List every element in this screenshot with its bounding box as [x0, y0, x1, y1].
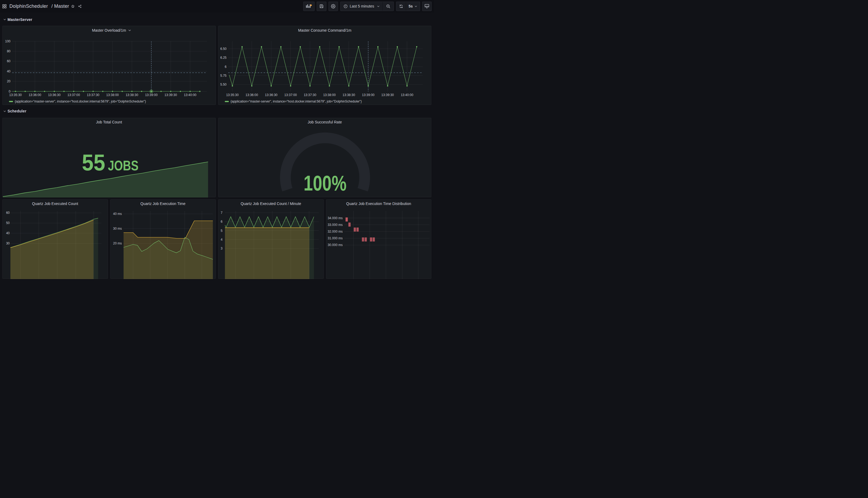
svg-text:7: 7 — [221, 211, 222, 214]
svg-text:5.50: 5.50 — [220, 83, 227, 87]
svg-text:13:36:00: 13:36:00 — [29, 93, 41, 97]
svg-text:13:40:00: 13:40:00 — [401, 93, 413, 97]
svg-text:13:38:30: 13:38:30 — [342, 93, 355, 97]
svg-text:31.000 ms: 31.000 ms — [327, 236, 342, 240]
svg-text:13:35:30: 13:35:30 — [226, 93, 238, 97]
svg-text:6.50: 6.50 — [220, 47, 227, 51]
svg-text:100%: 100% — [303, 171, 347, 195]
svg-text:13:39:00: 13:39:00 — [362, 93, 375, 97]
svg-text:4: 4 — [221, 237, 222, 241]
svg-text:33.000 ms: 33.000 ms — [327, 223, 342, 226]
svg-text:6: 6 — [221, 220, 222, 223]
svg-text:13:38:30: 13:38:30 — [126, 93, 138, 97]
svg-text:20: 20 — [7, 79, 11, 83]
svg-text:13:36:30: 13:36:30 — [48, 93, 61, 97]
svg-text:{application="master-server",: {application="master-server", instance="… — [15, 100, 146, 103]
svg-text:13:36:00: 13:36:00 — [246, 93, 258, 97]
svg-text:13:35:30: 13:35:30 — [9, 93, 22, 97]
svg-text:40: 40 — [6, 231, 10, 235]
svg-text:6.25: 6.25 — [220, 56, 227, 60]
svg-text:40 ms: 40 ms — [113, 212, 122, 216]
svg-text:6: 6 — [225, 65, 226, 69]
svg-text:13:39:30: 13:39:30 — [381, 93, 394, 97]
svg-text:13:40:00: 13:40:00 — [184, 93, 196, 97]
svg-text:100: 100 — [5, 39, 11, 43]
svg-text:13:37:00: 13:37:00 — [284, 93, 297, 97]
svg-text:60: 60 — [6, 211, 10, 215]
svg-text:13:39:00: 13:39:00 — [145, 93, 157, 97]
svg-text:20 ms: 20 ms — [113, 241, 122, 245]
svg-text:13:37:00: 13:37:00 — [67, 93, 80, 97]
svg-text:13:36:30: 13:36:30 — [265, 93, 277, 97]
svg-text:40: 40 — [7, 69, 11, 73]
svg-text:13:39:30: 13:39:30 — [165, 93, 177, 97]
svg-text:80: 80 — [7, 49, 11, 53]
svg-text:13:38:00: 13:38:00 — [323, 93, 336, 97]
svg-text:55: 55 — [82, 150, 105, 175]
svg-text:13:37:30: 13:37:30 — [304, 93, 316, 97]
svg-text:{application="master-server",: {application="master-server", instance="… — [231, 100, 362, 103]
svg-text:5.75: 5.75 — [220, 74, 227, 78]
svg-text:60: 60 — [7, 59, 11, 63]
svg-text:34.000 ms: 34.000 ms — [327, 216, 342, 220]
svg-text:3: 3 — [221, 247, 222, 249]
svg-text:30.000 ms: 30.000 ms — [327, 243, 342, 247]
svg-text:13:38:00: 13:38:00 — [106, 93, 119, 97]
svg-text:30: 30 — [6, 241, 10, 245]
svg-text:13:37:30: 13:37:30 — [87, 93, 100, 97]
svg-text:30 ms: 30 ms — [113, 227, 122, 231]
svg-text:32.000 ms: 32.000 ms — [327, 230, 342, 233]
svg-text:50: 50 — [6, 221, 10, 225]
svg-text:JOBS: JOBS — [108, 158, 139, 173]
svg-text:5: 5 — [221, 228, 222, 232]
